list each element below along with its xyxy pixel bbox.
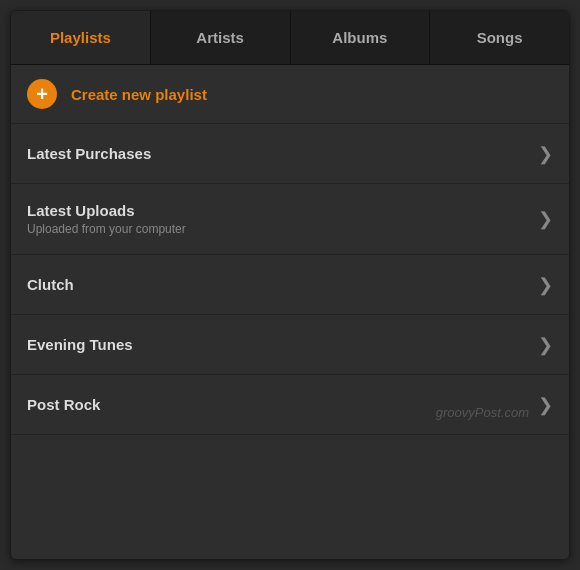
chevron-right-icon: ❯ bbox=[538, 274, 553, 296]
tab-songs[interactable]: Songs bbox=[430, 11, 569, 64]
list-item[interactable]: Evening Tunes ❯ bbox=[11, 315, 569, 375]
watermark-text: groovyPost.com bbox=[436, 405, 529, 420]
chevron-right-icon: ❯ bbox=[538, 208, 553, 230]
playlist-list: Latest Purchases ❯ Latest Uploads Upload… bbox=[11, 124, 569, 435]
app-container: Playlists Artists Albums Songs + Create … bbox=[10, 10, 570, 560]
list-item[interactable]: Post Rock groovyPost.com ❯ bbox=[11, 375, 569, 435]
create-playlist-label: Create new playlist bbox=[71, 86, 207, 103]
chevron-right-icon: ❯ bbox=[538, 394, 553, 416]
chevron-right-icon: ❯ bbox=[538, 334, 553, 356]
playlist-subtitle: Uploaded from your computer bbox=[27, 222, 186, 236]
playlist-title: Latest Uploads bbox=[27, 202, 186, 219]
playlist-title: Evening Tunes bbox=[27, 336, 133, 353]
list-item[interactable]: Latest Uploads Uploaded from your comput… bbox=[11, 184, 569, 255]
playlist-title: Clutch bbox=[27, 276, 74, 293]
tab-artists[interactable]: Artists bbox=[151, 11, 291, 64]
tab-albums[interactable]: Albums bbox=[291, 11, 431, 64]
tab-playlists[interactable]: Playlists bbox=[11, 11, 151, 64]
playlist-title: Post Rock bbox=[27, 396, 100, 413]
playlist-title: Latest Purchases bbox=[27, 145, 151, 162]
create-playlist-button[interactable]: + Create new playlist bbox=[11, 65, 569, 124]
tab-nav: Playlists Artists Albums Songs bbox=[11, 11, 569, 65]
chevron-right-icon: ❯ bbox=[538, 143, 553, 165]
list-item[interactable]: Clutch ❯ bbox=[11, 255, 569, 315]
plus-icon: + bbox=[27, 79, 57, 109]
list-item[interactable]: Latest Purchases ❯ bbox=[11, 124, 569, 184]
